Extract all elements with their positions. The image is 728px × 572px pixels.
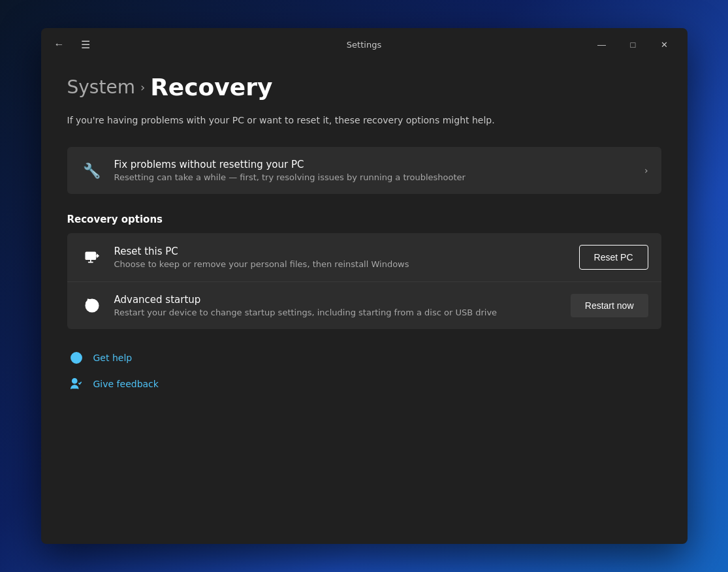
get-help-icon bbox=[67, 349, 86, 367]
reset-pc-icon bbox=[80, 246, 104, 269]
maximize-button[interactable]: □ bbox=[618, 34, 648, 55]
advanced-startup-text: Advanced startup Restart your device to … bbox=[114, 294, 571, 317]
get-help-label: Get help bbox=[93, 353, 133, 363]
breadcrumb: System › Recovery bbox=[67, 74, 661, 101]
titlebar: ← ☰ Settings — □ ✕ bbox=[41, 28, 688, 61]
advanced-startup-desc: Restart your device to change startup se… bbox=[114, 308, 571, 317]
minimize-button[interactable]: — bbox=[587, 34, 617, 55]
breadcrumb-arrow: › bbox=[140, 80, 145, 94]
breadcrumb-current: Recovery bbox=[150, 74, 272, 101]
fix-problems-card[interactable]: 🔧 Fix problems without resetting your PC… bbox=[67, 147, 661, 194]
svg-point-3 bbox=[76, 355, 77, 357]
advanced-startup-title: Advanced startup bbox=[114, 294, 571, 306]
back-button[interactable]: ← bbox=[49, 34, 70, 55]
settings-window: ← ☰ Settings — □ ✕ System › Recovery If … bbox=[41, 28, 688, 544]
fix-card-title: Fix problems without resetting your PC bbox=[114, 159, 644, 170]
reset-pc-item: Reset this PC Choose to keep or remove y… bbox=[67, 233, 661, 282]
get-help-link[interactable]: Get help bbox=[67, 349, 661, 367]
titlebar-title: Settings bbox=[347, 40, 381, 50]
close-button[interactable]: ✕ bbox=[650, 34, 680, 55]
advanced-startup-item: Advanced startup Restart your device to … bbox=[67, 282, 661, 329]
recovery-options-section: Recovery options Reset this PC bbox=[67, 214, 661, 329]
window-controls: — □ ✕ bbox=[587, 34, 680, 55]
recovery-options-title: Recovery options bbox=[67, 214, 661, 225]
page-subtitle: If you're having problems with your PC o… bbox=[67, 114, 661, 127]
content-area: System › Recovery If you're having probl… bbox=[41, 61, 688, 544]
menu-button[interactable]: ☰ bbox=[75, 34, 96, 55]
titlebar-left-controls: ← ☰ bbox=[49, 34, 96, 55]
reset-pc-text: Reset this PC Choose to keep or remove y… bbox=[114, 246, 579, 269]
reset-pc-desc: Choose to keep or remove your personal f… bbox=[114, 259, 579, 269]
reset-pc-button[interactable]: Reset PC bbox=[579, 245, 648, 270]
give-feedback-link[interactable]: Give feedback bbox=[67, 375, 661, 393]
help-links: Get help Give feedback bbox=[67, 349, 661, 393]
chevron-right-icon: › bbox=[644, 165, 648, 176]
wrench-icon: 🔧 bbox=[80, 159, 104, 182]
recovery-panel: Reset this PC Choose to keep or remove y… bbox=[67, 233, 661, 329]
give-feedback-label: Give feedback bbox=[93, 379, 159, 389]
breadcrumb-system: System bbox=[67, 76, 135, 98]
svg-point-4 bbox=[72, 379, 76, 383]
restart-now-button[interactable]: Restart now bbox=[571, 294, 648, 317]
reset-pc-title: Reset this PC bbox=[114, 246, 579, 257]
fix-card-text: Fix problems without resetting your PC R… bbox=[114, 159, 644, 182]
give-feedback-icon bbox=[67, 375, 86, 393]
advanced-startup-icon bbox=[80, 294, 104, 317]
fix-card-desc: Resetting can take a while — first, try … bbox=[114, 172, 644, 182]
